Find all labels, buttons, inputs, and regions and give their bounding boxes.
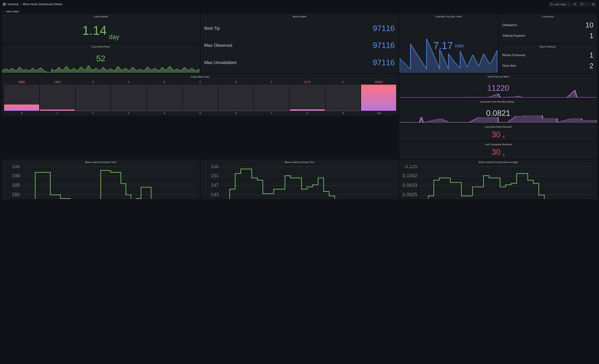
hist-label: 0	[21, 112, 22, 115]
chevron-down-icon[interactable]: ⌄	[515, 101, 517, 103]
svg-text:195: 195	[12, 165, 20, 169]
bh-value: 97116	[373, 58, 395, 67]
bh-key: Max Observed	[204, 43, 232, 48]
hist-label: +Inf	[377, 112, 381, 115]
svg-rect-0	[3, 3, 4, 4]
hist-label: 4	[164, 112, 165, 115]
producer-row: Slots Won2	[502, 62, 593, 70]
breadcrumb: General / Mina Node Dashboard (New)	[3, 2, 62, 6]
svg-text:190: 190	[12, 173, 20, 178]
best-tip-value: 7.17	[433, 41, 453, 51]
svg-text:0.1042: 0.1042	[403, 173, 417, 178]
svg-text:155: 155	[211, 165, 219, 169]
time-range-picker[interactable]: Last 1 hour ▾	[548, 2, 571, 7]
panel-block-height[interactable]: Block Height Best Tip97116Max Observed97…	[201, 14, 398, 73]
svg-rect-6	[592, 3, 594, 5]
breadcrumb-root[interactable]: General	[8, 2, 18, 6]
panel-title: Last Transaction Received	[400, 142, 597, 146]
panel-local-uptime[interactable]: Local Uptime 1.14 day	[2, 14, 200, 43]
bh-key: Max Unvalidated	[204, 60, 237, 65]
panel-title: Block Producer	[499, 44, 597, 48]
producer-key: Slots Won	[502, 64, 516, 68]
peers-sparkline	[2, 62, 199, 73]
panel-connected-peers[interactable]: Connected Peers 52	[2, 44, 200, 73]
hist-value: 1364	[54, 80, 61, 84]
panel-title: Snark Work Fees	[2, 74, 398, 78]
panel-title: Last Snark Work Received	[400, 125, 597, 128]
chevron-down-icon: ▾	[568, 3, 569, 5]
producer-row: Blocks Produced1	[502, 51, 593, 59]
hist-label: 7	[271, 112, 272, 115]
last-snark-unit: s	[502, 134, 505, 139]
histogram-bar: 0 7	[254, 80, 289, 115]
snark-per-block-value: 11220	[487, 84, 509, 92]
section-toggle-mina-stats[interactable]: ⌄ Mina Stats	[0, 8, 599, 14]
chart-gossip: 13013413814314715115511:3011:4011:5012:0…	[203, 165, 396, 199]
svg-rect-2	[3, 4, 4, 6]
hist-label: 3	[128, 112, 129, 115]
panel-title: Last Best Tip (Slot Time)	[400, 14, 497, 18]
consensus-value: 10	[585, 21, 593, 29]
svg-text:185: 185	[12, 183, 20, 188]
panel-title: Block Latency Gossip Slots Average	[400, 160, 597, 164]
hist-value: 1573	[304, 80, 311, 84]
panel-latency-gossip[interactable]: Block Latency Gossip Time 13013413814314…	[201, 160, 398, 199]
histogram-bar: 6990 0	[4, 80, 39, 115]
bh-key: Best Tip	[204, 26, 220, 31]
histogram-bar: 0 9	[326, 80, 361, 115]
panel-block-producer[interactable]: Block Producer Blocks Produced1Slots Won…	[499, 44, 597, 73]
hist-value: 0	[199, 80, 201, 84]
panel-title: Consensus	[499, 14, 597, 18]
panel-latency-slots[interactable]: Block Latency Gossip Slots Average 00.02…	[399, 160, 597, 199]
svg-text:151: 151	[211, 173, 219, 178]
chevron-down-icon[interactable]: ▾	[585, 2, 589, 7]
refresh-button[interactable]: ▾	[579, 2, 589, 7]
consensus-row: Staking Keypairs1	[502, 32, 593, 40]
panel-snark-fees-per-block[interactable]: Snark Fees per Block 11220	[399, 74, 597, 98]
panel-title: Block Latency Gossip Time	[201, 160, 398, 164]
panel-last-tx-received[interactable]: Last Transaction Received 30 s	[399, 142, 597, 158]
dashboard-icon[interactable]	[3, 3, 6, 6]
panel-snark-work-fees[interactable]: Snark Work Fees 6990 0 1364 1 0 2 0 3 0 …	[2, 74, 398, 116]
svg-rect-1	[4, 3, 6, 4]
svg-text:143: 143	[211, 192, 219, 197]
breadcrumb-page: Mina Node Dashboard (New)	[23, 2, 62, 6]
svg-text:0.0625: 0.0625	[403, 192, 417, 197]
svg-text:0.0833: 0.0833	[403, 183, 417, 188]
svg-text:0.125: 0.125	[405, 165, 417, 169]
panel-title: Block Height	[201, 14, 398, 18]
consensus-key: Delegators	[502, 23, 517, 27]
hist-value: 29562	[374, 80, 383, 84]
last-snark-value: 30	[492, 131, 501, 138]
best-tip-unit: min	[455, 43, 464, 49]
panel-latency-inclusion[interactable]: Block Latency Inclusion Time 16517017518…	[2, 160, 200, 199]
dashboard-grid: Local Uptime 1.14 day Block Height Best …	[0, 14, 599, 201]
panel-tx-fees-per-block[interactable]: Transaction Fees Per Block (Mina) ⌄ 0.08…	[399, 99, 597, 123]
histogram-bar: 0 5	[183, 80, 218, 115]
block-height-row: Max Observed97116	[204, 41, 395, 50]
zoom-out-button[interactable]	[572, 2, 578, 7]
last-tx-unit: s	[502, 152, 505, 157]
histogram-bar: 0 6	[218, 80, 253, 115]
panel-title: Block Latency Inclusion Time	[2, 160, 199, 164]
panel-title: Local Uptime	[2, 14, 199, 18]
view-mode-button[interactable]	[590, 2, 596, 7]
hist-value: 0	[342, 80, 344, 84]
last-tx-value: 30	[492, 148, 501, 156]
panel-consensus[interactable]: Consensus Delegators10Staking Keypairs1	[499, 14, 597, 43]
chart-inclusion: 16517017518018519019511:3011:4011:5012:0…	[4, 165, 197, 199]
svg-text:147: 147	[211, 183, 219, 188]
hist-label: 2	[92, 112, 94, 115]
consensus-value: 1	[590, 32, 593, 40]
hist-value: 0	[271, 80, 272, 84]
hist-value: 0	[92, 80, 94, 84]
hist-value: 0	[235, 80, 237, 84]
chevron-down-icon: ⌄	[3, 10, 5, 13]
panel-last-snark-received[interactable]: Last Snark Work Received 30 s	[399, 124, 597, 141]
panel-title-text: Transaction Fees Per Block (Mina)	[480, 101, 514, 103]
histogram-bar: 0 2	[76, 80, 111, 115]
bh-value: 97116	[373, 41, 395, 50]
panel-last-best-tip[interactable]: Last Best Tip (Slot Time) 7.17 min	[399, 14, 497, 73]
bh-value: 97116	[373, 24, 395, 33]
uptime-value: 1.14	[82, 24, 107, 37]
